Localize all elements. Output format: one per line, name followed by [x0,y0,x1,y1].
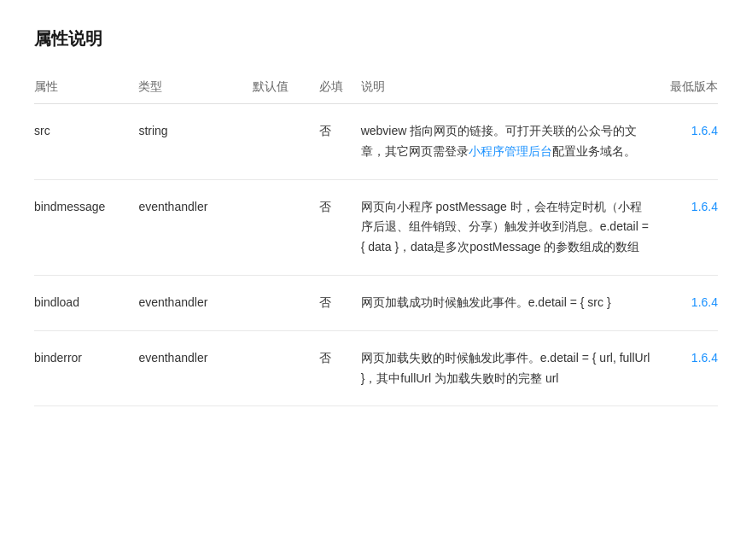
table-row: binderroreventhandler否网页加载失败的时候触发此事件。e.d… [34,330,718,406]
col-header-required: 必填 [319,71,361,104]
attributes-table: 属性 类型 默认值 必填 说明 最低版本 srcstring否webview 指… [34,71,718,406]
attr-desc-cell: webview 指向网页的链接。可打开关联的公众号的文章，其它网页需登录小程序管… [361,104,665,180]
table-row: bindloadeventhandler否网页加载成功时候触发此事件。e.det… [34,275,718,330]
attr-default-cell [253,179,319,275]
attr-default-cell [253,330,319,406]
attr-version-cell: 1.6.4 [665,179,718,275]
attr-type-cell: string [138,104,253,180]
col-header-default: 默认值 [253,71,319,104]
table-row: srcstring否webview 指向网页的链接。可打开关联的公众号的文章，其… [34,104,718,180]
attr-name-cell: bindload [34,275,138,330]
mini-program-admin-link[interactable]: 小程序管理后台 [469,144,552,158]
col-header-version: 最低版本 [665,71,718,104]
col-header-type: 类型 [138,71,253,104]
attr-name-cell: src [34,104,138,180]
attr-desc-cell: 网页加载失败的时候触发此事件。e.detail = { url, fullUrl… [361,330,665,406]
attr-name-cell: binderror [34,330,138,406]
table-row: bindmessageeventhandler否网页向小程序 postMessa… [34,179,718,275]
col-header-attr: 属性 [34,71,138,104]
attr-required-cell: 否 [319,179,361,275]
attr-type-cell: eventhandler [138,330,253,406]
attr-version-cell: 1.6.4 [665,330,718,406]
attr-version-cell: 1.6.4 [665,275,718,330]
attr-desc-cell: 网页向小程序 postMessage 时，会在特定时机（小程序后退、组件销毁、分… [361,179,665,275]
attr-type-cell: eventhandler [138,179,253,275]
attr-required-cell: 否 [319,104,361,180]
desc-text-after: 配置业务域名。 [552,144,636,158]
attr-type-cell: eventhandler [138,275,253,330]
attr-default-cell [253,104,319,180]
attr-required-cell: 否 [319,330,361,406]
page-title: 属性说明 [34,27,718,50]
attr-version-cell: 1.6.4 [665,104,718,180]
attr-desc-cell: 网页加载成功时候触发此事件。e.detail = { src } [361,275,665,330]
attr-default-cell [253,275,319,330]
attr-name-cell: bindmessage [34,179,138,275]
attr-required-cell: 否 [319,275,361,330]
table-header-row: 属性 类型 默认值 必填 说明 最低版本 [34,71,718,104]
col-header-desc: 说明 [361,71,665,104]
